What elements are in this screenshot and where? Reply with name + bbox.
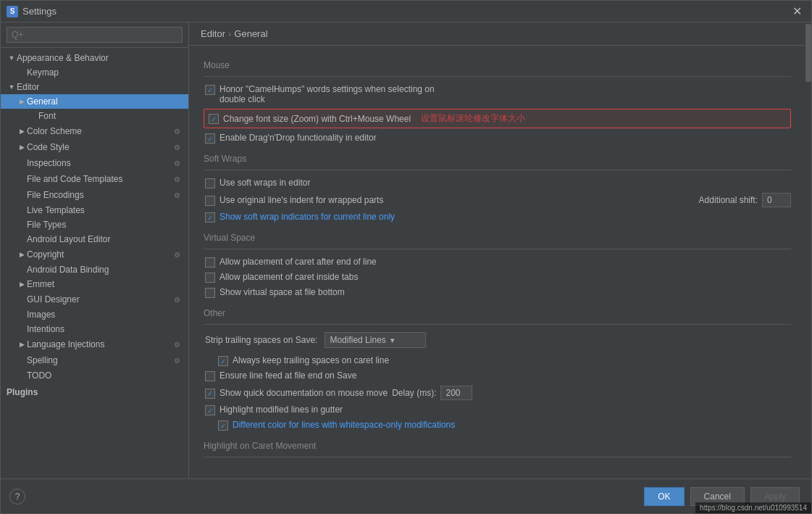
caret-inside-tabs-checkbox[interactable] [205,273,215,283]
other-divider [204,324,791,325]
arrow-icon: ▼ [7,82,17,92]
search-input[interactable] [7,27,183,43]
url-bar: https://blog.csdn.net/u010993514 [695,502,811,513]
original-indent-checkbox[interactable] [205,196,215,206]
sidebar-item-label: Spelling [27,355,171,365]
sidebar-item-images[interactable]: ▶ Images [1,307,188,322]
ok-button[interactable]: OK [644,487,684,506]
drag-drop-row: Enable Drag'n'Drop functionality in edit… [204,133,791,144]
use-soft-wraps-checkbox[interactable] [205,178,215,188]
sidebar-item-label: Android Layout Editor [27,234,183,244]
sidebar-item-label: GUI Designer [27,294,171,304]
show-indicators-checkbox[interactable] [205,212,215,223]
quick-doc-checkbox[interactable] [205,389,215,399]
additional-shift-input[interactable] [762,193,791,207]
sidebar-item-label: General [27,96,183,107]
highlight-modified-row: Highlight modified lines in gutter [204,405,791,415]
sidebar-item-label: Android Data Binding [27,265,183,275]
sidebar-item-label: Appearance & Behavior [17,53,183,63]
sidebar-item-label: Intentions [27,324,183,334]
sidebar-item-font[interactable]: ▶ Font [1,109,188,123]
strip-trailing-row: Strip trailing spaces on Save: Modified … [204,332,791,348]
mouse-section-title: Mouse [204,60,791,70]
caret-inside-tabs-label: Allow placement of caret inside tabs [219,272,358,282]
show-indicators-row: Show soft wrap indicators for current li… [204,212,791,223]
sidebar-item-label: Emmet [27,279,183,289]
sidebar-tree: ▼ Appearance & Behavior ▶ Keymap ▼ Edito… [1,48,188,478]
breadcrumb-editor: Editor [201,28,225,39]
sidebar-item-label: Language Injections [27,339,171,349]
sidebar-item-file-code-templates[interactable]: ▶ File and Code Templates ⚙ [1,171,188,187]
font-zoom-checkbox[interactable] [209,114,219,124]
sidebar-item-label: File Types [27,220,183,230]
sidebar-item-code-style[interactable]: ▶ Code Style ⚙ [1,139,188,155]
sidebar-item-file-encodings[interactable]: ▶ File Encodings ⚙ [1,187,188,203]
scrollbar[interactable] [805,22,811,478]
line-feed-checkbox[interactable] [205,371,215,381]
sidebar-item-language-injections[interactable]: ▶ Language Injections ⚙ [1,336,188,352]
sidebar-item-color-scheme[interactable]: ▶ Color Scheme ⚙ [1,123,188,139]
settings-icon: ⚙ [171,189,183,201]
sidebar-item-label: File Encodings [27,190,171,200]
sidebar-item-intentions[interactable]: ▶ Intentions [1,322,188,336]
camel-humps-row: Honor "CamelHumps" words settings when s… [204,84,791,104]
caret-after-eol-row: Allow placement of caret after end of li… [204,257,791,268]
virtual-space-bottom-checkbox[interactable] [205,288,215,298]
soft-wraps-section-title: Soft Wraps [204,154,791,164]
drag-drop-checkbox[interactable] [205,133,215,144]
settings-icon: ⚙ [171,249,183,260]
sidebar-item-appearance[interactable]: ▼ Appearance & Behavior [1,51,188,65]
sidebar-item-todo[interactable]: ▶ TODO [1,368,188,383]
sidebar-item-label: File and Code Templates [27,174,171,184]
strip-trailing-dropdown[interactable]: Modified Lines ▼ [325,332,426,348]
sidebar-item-copyright[interactable]: ▶ Copyright ⚙ [1,246,188,262]
sidebar-item-general[interactable]: ▶ General [1,94,188,109]
dropdown-arrow-icon: ▼ [389,336,396,344]
sidebar-item-live-templates[interactable]: ▶ Live Templates [1,203,188,217]
caret-after-eol-checkbox[interactable] [205,257,215,268]
settings-window: S Settings ✕ ▼ Appearance & Behavior ▶ K… [0,0,812,514]
highlight-caret-section-title: Highlight on Caret Movement [204,441,791,451]
different-color-checkbox[interactable] [218,420,228,431]
close-button[interactable]: ✕ [788,3,805,20]
camel-humps-checkbox[interactable] [205,85,215,95]
sidebar-item-label: Live Templates [27,205,183,215]
strip-trailing-value: Modified Lines [330,335,385,345]
keep-trailing-checkbox[interactable] [218,356,228,366]
highlight-modified-checkbox[interactable] [205,405,215,415]
use-soft-wraps-row: Use soft wraps in editor [204,178,791,188]
settings-icon: ⚙ [171,125,183,137]
sidebar-item-label: Copyright [27,249,171,260]
sidebar-item-android-data-binding[interactable]: ▶ Android Data Binding [1,262,188,277]
sidebar-item-file-types[interactable]: ▶ File Types [1,217,188,232]
sidebar-item-emmet[interactable]: ▶ Emmet [1,277,188,291]
keep-trailing-row: Always keep trailing spaces on caret lin… [204,355,791,366]
delay-input[interactable] [440,386,472,400]
camel-humps-label: Honor "CamelHumps" words settings when s… [219,84,435,104]
settings-icon: ⚙ [171,294,183,305]
plugins-section-label: Plugins [1,383,188,399]
sidebar-item-spelling[interactable]: ▶ Spelling ⚙ [1,352,188,368]
sidebar-item-editor[interactable]: ▼ Editor [1,80,188,94]
sidebar-item-gui-designer[interactable]: ▶ GUI Designer ⚙ [1,291,188,307]
virtual-space-bottom-row: Show virtual space at file bottom [204,287,791,298]
different-color-label: Different color for lines with whitespac… [233,420,455,430]
highlight-caret-divider [204,457,791,457]
arrow-icon: ▶ [17,126,27,136]
sidebar-item-inspections[interactable]: ▶ Inspections ⚙ [1,155,188,171]
font-zoom-row: Change font size (Zoom) with Ctrl+Mouse … [204,109,791,128]
sidebar-item-label: Editor [17,82,183,92]
sidebar-item-android-layout-editor[interactable]: ▶ Android Layout Editor [1,232,188,246]
sidebar: ▼ Appearance & Behavior ▶ Keymap ▼ Edito… [1,22,189,478]
quick-doc-row: Show quick documentation on mouse move D… [204,386,791,400]
search-box [1,22,188,48]
help-button[interactable]: ? [9,489,25,505]
arrow-icon: ▶ [17,339,27,349]
sidebar-item-label: Color Scheme [27,126,171,136]
highlight-modified-label: Highlight modified lines in gutter [219,405,343,415]
arrow-icon: ▶ [17,279,27,289]
app-icon: S [7,6,18,17]
bottom-bar: OK Cancel Apply [1,478,811,513]
other-section-title: Other [204,308,791,318]
sidebar-item-keymap[interactable]: ▶ Keymap [1,65,188,80]
